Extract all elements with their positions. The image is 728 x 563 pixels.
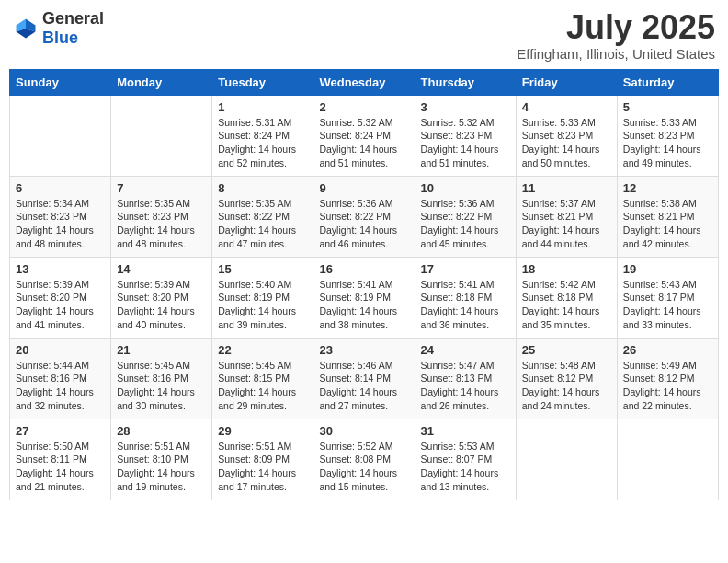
day-number: 26	[623, 343, 712, 357]
day-cell: 17Sunrise: 5:41 AM Sunset: 8:18 PM Dayli…	[415, 257, 516, 338]
day-info: Sunrise: 5:39 AM Sunset: 8:20 PM Dayligh…	[117, 278, 206, 332]
day-cell: 19Sunrise: 5:43 AM Sunset: 8:17 PM Dayli…	[617, 257, 718, 338]
day-cell: 6Sunrise: 5:34 AM Sunset: 8:23 PM Daylig…	[10, 176, 111, 257]
day-number: 30	[319, 424, 408, 438]
day-cell: 5Sunrise: 5:33 AM Sunset: 8:23 PM Daylig…	[617, 95, 718, 176]
day-number: 24	[421, 343, 510, 357]
weekday-header-saturday: Saturday	[617, 69, 718, 95]
day-info: Sunrise: 5:40 AM Sunset: 8:19 PM Dayligh…	[218, 278, 307, 332]
day-info: Sunrise: 5:51 AM Sunset: 8:09 PM Dayligh…	[218, 440, 307, 494]
day-number: 25	[522, 343, 611, 357]
day-number: 15	[218, 262, 307, 276]
week-row-5: 27Sunrise: 5:50 AM Sunset: 8:11 PM Dayli…	[10, 419, 719, 500]
day-number: 16	[319, 262, 408, 276]
week-row-2: 6Sunrise: 5:34 AM Sunset: 8:23 PM Daylig…	[10, 176, 719, 257]
day-number: 13	[16, 262, 105, 276]
logo-icon	[13, 16, 39, 41]
weekday-header-tuesday: Tuesday	[212, 69, 313, 95]
location-title: Effingham, Illinois, United States	[517, 46, 715, 62]
page-header: General Blue July 2025 Effingham, Illino…	[9, 9, 719, 62]
day-cell: 27Sunrise: 5:50 AM Sunset: 8:11 PM Dayli…	[10, 419, 111, 500]
day-info: Sunrise: 5:39 AM Sunset: 8:20 PM Dayligh…	[16, 278, 105, 332]
day-number: 22	[218, 343, 307, 357]
day-cell: 12Sunrise: 5:38 AM Sunset: 8:21 PM Dayli…	[617, 176, 718, 257]
day-info: Sunrise: 5:33 AM Sunset: 8:23 PM Dayligh…	[522, 116, 611, 170]
day-cell: 14Sunrise: 5:39 AM Sunset: 8:20 PM Dayli…	[111, 257, 212, 338]
day-cell	[516, 419, 617, 500]
title-block: July 2025 Effingham, Illinois, United St…	[517, 9, 715, 62]
day-cell: 20Sunrise: 5:44 AM Sunset: 8:16 PM Dayli…	[10, 338, 111, 419]
weekday-header-row: SundayMondayTuesdayWednesdayThursdayFrid…	[10, 69, 719, 95]
day-cell: 10Sunrise: 5:36 AM Sunset: 8:22 PM Dayli…	[415, 176, 516, 257]
day-info: Sunrise: 5:53 AM Sunset: 8:07 PM Dayligh…	[421, 440, 510, 494]
day-number: 2	[319, 100, 408, 114]
day-cell: 28Sunrise: 5:51 AM Sunset: 8:10 PM Dayli…	[111, 419, 212, 500]
day-number: 14	[117, 262, 206, 276]
day-cell: 24Sunrise: 5:47 AM Sunset: 8:13 PM Dayli…	[415, 338, 516, 419]
day-info: Sunrise: 5:48 AM Sunset: 8:12 PM Dayligh…	[522, 359, 611, 413]
day-info: Sunrise: 5:36 AM Sunset: 8:22 PM Dayligh…	[421, 197, 510, 251]
day-info: Sunrise: 5:51 AM Sunset: 8:10 PM Dayligh…	[117, 440, 206, 494]
day-info: Sunrise: 5:32 AM Sunset: 8:24 PM Dayligh…	[319, 116, 408, 170]
day-number: 12	[623, 181, 712, 195]
day-cell: 13Sunrise: 5:39 AM Sunset: 8:20 PM Dayli…	[10, 257, 111, 338]
logo-text: General Blue	[42, 9, 104, 48]
day-info: Sunrise: 5:34 AM Sunset: 8:23 PM Dayligh…	[16, 197, 105, 251]
weekday-header-sunday: Sunday	[10, 69, 111, 95]
day-info: Sunrise: 5:45 AM Sunset: 8:16 PM Dayligh…	[117, 359, 206, 413]
day-info: Sunrise: 5:35 AM Sunset: 8:22 PM Dayligh…	[218, 197, 307, 251]
week-row-4: 20Sunrise: 5:44 AM Sunset: 8:16 PM Dayli…	[10, 338, 719, 419]
day-cell: 9Sunrise: 5:36 AM Sunset: 8:22 PM Daylig…	[313, 176, 415, 257]
day-info: Sunrise: 5:50 AM Sunset: 8:11 PM Dayligh…	[16, 440, 105, 494]
day-cell: 22Sunrise: 5:45 AM Sunset: 8:15 PM Dayli…	[212, 338, 313, 419]
day-cell	[617, 419, 718, 500]
day-number: 28	[117, 424, 206, 438]
day-cell: 16Sunrise: 5:41 AM Sunset: 8:19 PM Dayli…	[313, 257, 415, 338]
day-cell: 15Sunrise: 5:40 AM Sunset: 8:19 PM Dayli…	[212, 257, 313, 338]
day-number: 11	[522, 181, 611, 195]
day-cell: 29Sunrise: 5:51 AM Sunset: 8:09 PM Dayli…	[212, 419, 313, 500]
day-cell: 2Sunrise: 5:32 AM Sunset: 8:24 PM Daylig…	[313, 95, 415, 176]
day-cell: 23Sunrise: 5:46 AM Sunset: 8:14 PM Dayli…	[313, 338, 415, 419]
day-number: 6	[16, 181, 105, 195]
logo-general: General	[42, 9, 104, 28]
day-number: 7	[117, 181, 206, 195]
month-title: July 2025	[517, 9, 715, 46]
day-number: 5	[623, 100, 712, 114]
day-number: 31	[421, 424, 510, 438]
day-info: Sunrise: 5:52 AM Sunset: 8:08 PM Dayligh…	[319, 440, 408, 494]
day-cell: 1Sunrise: 5:31 AM Sunset: 8:24 PM Daylig…	[212, 95, 313, 176]
weekday-header-wednesday: Wednesday	[313, 69, 415, 95]
day-cell: 30Sunrise: 5:52 AM Sunset: 8:08 PM Dayli…	[313, 419, 415, 500]
day-info: Sunrise: 5:33 AM Sunset: 8:23 PM Dayligh…	[623, 116, 712, 170]
day-cell: 3Sunrise: 5:32 AM Sunset: 8:23 PM Daylig…	[415, 95, 516, 176]
day-info: Sunrise: 5:41 AM Sunset: 8:19 PM Dayligh…	[319, 278, 408, 332]
day-info: Sunrise: 5:45 AM Sunset: 8:15 PM Dayligh…	[218, 359, 307, 413]
day-cell: 11Sunrise: 5:37 AM Sunset: 8:21 PM Dayli…	[516, 176, 617, 257]
week-row-3: 13Sunrise: 5:39 AM Sunset: 8:20 PM Dayli…	[10, 257, 719, 338]
day-info: Sunrise: 5:38 AM Sunset: 8:21 PM Dayligh…	[623, 197, 712, 251]
day-info: Sunrise: 5:37 AM Sunset: 8:21 PM Dayligh…	[522, 197, 611, 251]
day-cell: 7Sunrise: 5:35 AM Sunset: 8:23 PM Daylig…	[111, 176, 212, 257]
calendar-table: SundayMondayTuesdayWednesdayThursdayFrid…	[9, 69, 719, 500]
day-info: Sunrise: 5:49 AM Sunset: 8:12 PM Dayligh…	[623, 359, 712, 413]
day-number: 8	[218, 181, 307, 195]
day-number: 1	[218, 100, 307, 114]
day-info: Sunrise: 5:47 AM Sunset: 8:13 PM Dayligh…	[421, 359, 510, 413]
day-cell	[10, 95, 111, 176]
day-number: 23	[319, 343, 408, 357]
day-number: 29	[218, 424, 307, 438]
day-number: 20	[16, 343, 105, 357]
day-number: 19	[623, 262, 712, 276]
day-number: 9	[319, 181, 408, 195]
day-cell: 25Sunrise: 5:48 AM Sunset: 8:12 PM Dayli…	[516, 338, 617, 419]
day-cell	[111, 95, 212, 176]
weekday-header-thursday: Thursday	[415, 69, 516, 95]
day-info: Sunrise: 5:31 AM Sunset: 8:24 PM Dayligh…	[218, 116, 307, 170]
day-info: Sunrise: 5:42 AM Sunset: 8:18 PM Dayligh…	[522, 278, 611, 332]
day-number: 18	[522, 262, 611, 276]
day-cell: 18Sunrise: 5:42 AM Sunset: 8:18 PM Dayli…	[516, 257, 617, 338]
day-info: Sunrise: 5:35 AM Sunset: 8:23 PM Dayligh…	[117, 197, 206, 251]
day-number: 10	[421, 181, 510, 195]
day-info: Sunrise: 5:36 AM Sunset: 8:22 PM Dayligh…	[319, 197, 408, 251]
